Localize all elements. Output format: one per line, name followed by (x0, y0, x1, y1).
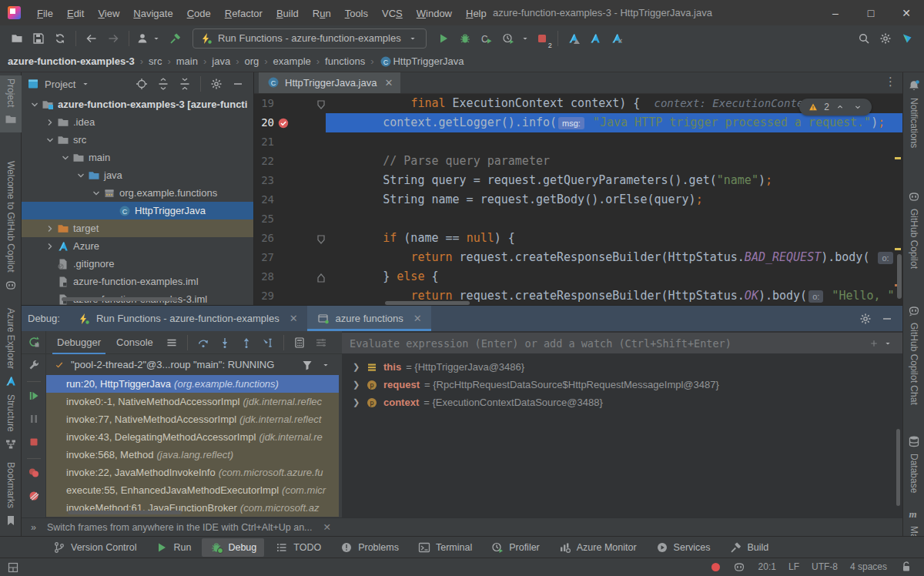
tool-window-button-profiler[interactable]: Profiler (483, 538, 547, 557)
debug-view-tab-console[interactable]: Console (109, 331, 161, 354)
expand-all-button[interactable] (152, 74, 174, 94)
tool-window-button-version-control[interactable]: Version Control (45, 538, 144, 557)
view-breakpoints-button[interactable] (27, 466, 41, 482)
next-problem-icon[interactable] (851, 100, 865, 114)
step-over-button[interactable] (192, 333, 214, 353)
run-configuration-select[interactable]: Run Functions - azure-function-examples (192, 28, 427, 49)
fold-marker-icon[interactable] (316, 97, 326, 108)
stack-frame[interactable]: invoke:43, DelegatingMethodAccessorImpl … (46, 428, 339, 446)
breadcrumb-item[interactable]: org (244, 55, 259, 67)
menu-item-file[interactable]: File (30, 8, 60, 19)
project-panel-title[interactable]: Project (45, 79, 75, 90)
search-everywhere-button[interactable] (853, 28, 875, 49)
variable-row-this[interactable]: ❯this = {HttpTriggerJava@3486} (342, 358, 902, 376)
variable-row-context[interactable]: ❯pcontext = {ExecutionContextDataSource@… (342, 393, 902, 411)
tool-stripe-azure-explorer[interactable]: Azure Explorer (0, 305, 22, 397)
variable-row-request[interactable]: ❯prequest = {RpcHttpRequestDataSource$Ht… (342, 376, 902, 393)
tool-window-switcher-icon[interactable] (6, 561, 20, 574)
settings-button[interactable] (875, 28, 896, 49)
renderers-button[interactable] (310, 333, 332, 353)
menu-item-window[interactable]: Window (410, 8, 459, 19)
run-with-coverage-button[interactable]: C (476, 28, 497, 49)
evaluate-expression-button[interactable] (289, 333, 310, 353)
tree-item-.gitignore[interactable]: .gitignore (22, 255, 253, 273)
tool-window-button-run[interactable]: Run (147, 538, 199, 557)
expand-icon[interactable]: ❯ (353, 397, 360, 407)
profile-button[interactable] (497, 28, 519, 49)
thread-selector[interactable]: "pool-2-thread-2"@3...roup "main": RUNNI… (46, 354, 339, 375)
tool-window-button-azure-monitor[interactable]: Azure Monitor (551, 538, 644, 557)
step-out-button[interactable] (236, 333, 257, 353)
debug-settings-button[interactable] (855, 309, 876, 329)
debug-button[interactable] (454, 28, 476, 49)
breadcrumb-item[interactable]: functions (325, 55, 365, 67)
tool-stripe-github-copilot[interactable]: GitHub Copilot (903, 186, 924, 283)
breadcrumb-item[interactable]: example (273, 55, 311, 67)
tree-item-org.example.functions[interactable]: org.example.functions (22, 184, 253, 202)
file-encoding[interactable]: UTF-8 (812, 561, 838, 572)
hide-panel-button[interactable] (227, 74, 249, 94)
tree-item-target[interactable]: target (22, 219, 253, 237)
stack-frame[interactable]: invoke:77, NativeMethodAccessorImpl (jdk… (46, 410, 339, 428)
fold-marker-icon[interactable] (316, 270, 326, 281)
menu-item-tools[interactable]: Tools (338, 8, 375, 19)
readonly-lock-icon[interactable] (899, 560, 913, 574)
resume-button[interactable] (27, 389, 41, 405)
build-button[interactable] (165, 28, 186, 49)
editor-options-icon[interactable]: ⋮ (885, 75, 896, 89)
collapse-all-button[interactable] (174, 74, 196, 94)
tree-item-azure-function-examples.iml[interactable]: azure-function-examples.iml (22, 273, 253, 290)
project-hscrollbar[interactable] (62, 297, 177, 301)
variables-vscrollbar[interactable] (896, 429, 900, 506)
forward-button[interactable] (102, 28, 124, 49)
tool-stripe-database[interactable]: Database (903, 431, 924, 508)
expand-icon[interactable]: ❯ (353, 362, 360, 372)
breadcrumb-item[interactable]: java (212, 55, 230, 67)
run-to-cursor-button[interactable] (257, 333, 279, 353)
menu-item-vcs[interactable]: VCS (375, 8, 410, 19)
menu-item-build[interactable]: Build (270, 8, 306, 19)
tool-window-button-debug[interactable]: Debug (202, 538, 264, 557)
tool-window-button-todo[interactable]: TODO (267, 538, 329, 557)
menu-item-code[interactable]: Code (180, 8, 218, 19)
menu-item-navigate[interactable]: Navigate (126, 8, 179, 19)
tab-close-icon[interactable]: ✕ (384, 77, 393, 89)
editor-vscrollbar[interactable] (897, 254, 902, 299)
sync-button[interactable] (49, 28, 71, 49)
tool-window-button-problems[interactable]: Problems (332, 538, 407, 557)
inspection-widget[interactable]: 2 (799, 99, 872, 116)
tab-close-icon[interactable]: ✕ (290, 313, 298, 324)
tool-stripe-notifications[interactable]: Notifications (903, 75, 924, 168)
menu-item-refactor[interactable]: Refactor (218, 8, 270, 19)
tool-stripe-project[interactable]: Project (0, 75, 22, 132)
evaluate-expression-input[interactable]: Evaluate expression (Enter) or add a wat… (342, 333, 902, 353)
back-button[interactable] (81, 28, 102, 49)
frames-menu-button[interactable] (161, 333, 182, 353)
tool-window-button-terminal[interactable]: Terminal (410, 538, 480, 557)
tree-item-httptriggerjava[interactable]: CHttpTriggerJava (22, 202, 253, 219)
azure-explorer-button[interactable] (584, 28, 606, 49)
run-more-caret[interactable] (519, 28, 531, 49)
menu-item-view[interactable]: View (91, 8, 126, 19)
breadcrumb-item[interactable]: src (149, 55, 162, 67)
stop-process-button[interactable] (27, 435, 41, 451)
caret-position[interactable]: 20:1 (758, 561, 776, 572)
stack-frame[interactable]: invoke:568, Method (java.lang.reflect) (46, 446, 339, 464)
mute-breakpoints-button[interactable] (27, 489, 41, 505)
maximize-button[interactable]: □ (853, 0, 889, 25)
tree-item-azure-function-examples-3[interactable]: azure-function-examples-3 [azure-functi (22, 95, 253, 113)
breadcrumb-item[interactable]: main (176, 55, 198, 67)
tree-item-azure[interactable]: Azure (22, 237, 253, 255)
frames-hscrollbar[interactable] (68, 511, 182, 514)
modify-run-config-button[interactable] (27, 358, 41, 374)
tool-stripe-structure[interactable]: Structure (0, 391, 22, 460)
hide-debug-button[interactable] (876, 309, 898, 329)
fold-marker-icon[interactable] (316, 232, 326, 243)
tool-stripe-welcome-to-github-copilot[interactable]: Welcome to GitHub Copilot (0, 158, 22, 309)
tree-item-.idea[interactable]: .idea (22, 113, 253, 131)
run-button[interactable] (433, 28, 454, 49)
breadcrumb-item[interactable]: HttpTriggerJava (393, 55, 464, 67)
close-button[interactable]: ✕ (889, 0, 924, 25)
stack-frame[interactable]: invoke0:-1, NativeMethodAccessorImpl (jd… (46, 393, 339, 410)
tool-stripe-bookmarks[interactable]: Bookmarks (0, 459, 22, 537)
